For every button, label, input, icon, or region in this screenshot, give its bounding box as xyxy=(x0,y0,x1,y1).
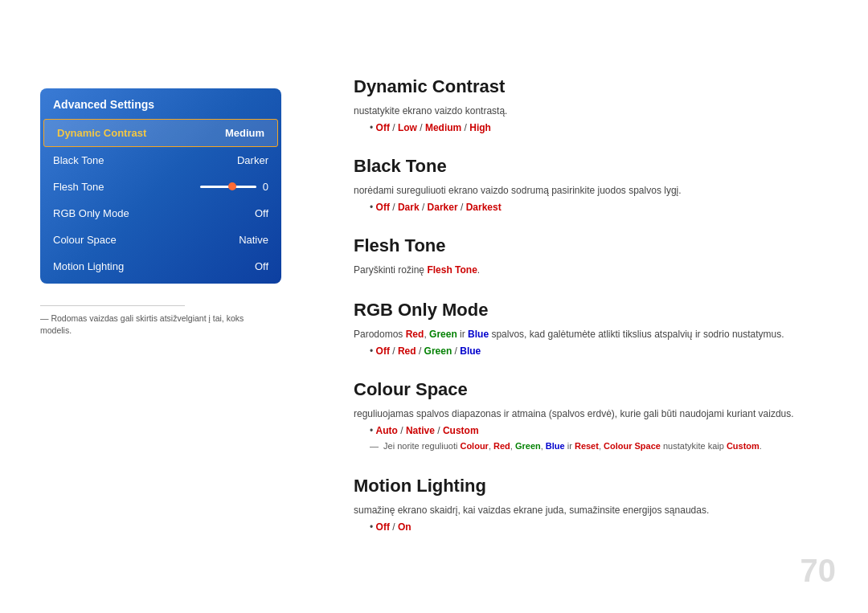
section-dynamic-contrast: Dynamic Contrast nustatykite ekrano vaiz… xyxy=(354,76,844,133)
bullet-colour-space: • xyxy=(370,425,373,436)
section-desc-flesh-tone: Paryškinti rožinę Flesh Tone. xyxy=(354,263,844,277)
note-divider xyxy=(40,305,185,306)
section-flesh-tone: Flesh Tone Paryškinti rožinę Flesh Tone. xyxy=(354,235,844,277)
item-value-black-tone: Darker xyxy=(237,154,268,166)
settings-item-rgb-only[interactable]: RGB Only Mode Off xyxy=(40,200,281,227)
item-value-colour-space: Native xyxy=(239,234,268,246)
section-colour-space: Colour Space reguliuojamas spalvos diapa… xyxy=(354,379,844,453)
flesh-tone-value: 0 xyxy=(263,181,268,193)
section-desc-motion-lighting: sumažinę ekrano skaidrį, kai vaizdas ekr… xyxy=(354,503,844,517)
settings-item-motion-lighting[interactable]: Motion Lighting Off xyxy=(40,253,281,284)
section-options-rgb-only: • Off / Red / Green / Blue xyxy=(363,345,844,357)
item-value-rgb-only: Off xyxy=(255,207,268,219)
note-section: — Rodomas vaizdas gali skirtis atsižvelg… xyxy=(40,305,273,336)
opt-colour-space: Auto / Native / Custom xyxy=(376,425,479,436)
section-desc-black-tone: norėdami sureguliuoti ekrano vaizdo sodr… xyxy=(354,183,844,198)
bullet-rgb-only: • xyxy=(370,345,373,357)
opt-rgb: Off / Red / Green / Blue xyxy=(376,345,481,357)
section-black-tone: Black Tone norėdami sureguliuoti ekrano … xyxy=(354,156,844,213)
item-label-black-tone: Black Tone xyxy=(53,154,104,166)
section-title-motion-lighting: Motion Lighting xyxy=(354,476,844,497)
section-desc-rgb-only: Parodomos Red, Green ir Blue spalvos, ka… xyxy=(354,327,844,341)
section-desc-colour-space: reguliuojamas spalvos diapazonas ir atma… xyxy=(354,407,844,421)
bullet-black-tone: • xyxy=(370,202,373,213)
section-options-dynamic-contrast: • Off / Low / Medium / High xyxy=(363,122,844,133)
bullet-dynamic-contrast: • xyxy=(370,122,373,133)
item-label-colour-space: Colour Space xyxy=(53,234,117,246)
section-options-motion-lighting: • Off / On xyxy=(363,521,844,533)
item-value-motion-lighting: Off xyxy=(255,260,268,272)
item-label-dynamic-contrast: Dynamic Contrast xyxy=(57,127,146,139)
left-panel: Advanced Settings Dynamic Contrast Mediu… xyxy=(40,88,281,284)
opt-off-dc: Off / Low / Medium / High xyxy=(376,122,491,133)
subnote-colour-space: — Jei norite reguliuoti Colour, Red, Gre… xyxy=(370,439,844,453)
section-title-dynamic-contrast: Dynamic Contrast xyxy=(354,76,844,97)
section-title-black-tone: Black Tone xyxy=(354,156,844,177)
section-options-colour-space: • Auto / Native / Custom xyxy=(363,425,844,436)
flesh-tone-slider-area: 0 xyxy=(200,181,268,193)
section-rgb-only: RGB Only Mode Parodomos Red, Green ir Bl… xyxy=(354,300,844,357)
item-label-flesh-tone: Flesh Tone xyxy=(53,181,104,193)
section-motion-lighting: Motion Lighting sumažinę ekrano skaidrį,… xyxy=(354,476,844,533)
flesh-tone-slider[interactable] xyxy=(200,186,256,188)
note-text: — Rodomas vaizdas gali skirtis atsižvelg… xyxy=(40,313,273,336)
opt-black-tone: Off / Dark / Darker / Darkest xyxy=(376,202,502,213)
right-content: Dynamic Contrast nustatykite ekrano vaiz… xyxy=(354,76,844,555)
bullet-motion-lighting: • xyxy=(370,521,373,533)
item-label-rgb-only: RGB Only Mode xyxy=(53,207,129,219)
settings-box: Advanced Settings Dynamic Contrast Mediu… xyxy=(40,88,281,284)
item-label-motion-lighting: Motion Lighting xyxy=(53,260,124,272)
section-title-flesh-tone: Flesh Tone xyxy=(354,235,844,256)
section-title-colour-space: Colour Space xyxy=(354,379,844,400)
section-title-rgb-only: RGB Only Mode xyxy=(354,300,844,321)
section-desc-dynamic-contrast: nustatykite ekrano vaizdo kontrastą. xyxy=(354,104,844,118)
settings-title: Advanced Settings xyxy=(40,88,281,119)
page-number: 70 xyxy=(800,553,837,589)
opt-motion: Off / On xyxy=(376,521,411,533)
settings-item-black-tone[interactable]: Black Tone Darker xyxy=(40,147,281,174)
section-options-black-tone: • Off / Dark / Darker / Darkest xyxy=(363,202,844,213)
settings-item-colour-space[interactable]: Colour Space Native xyxy=(40,227,281,253)
item-value-dynamic-contrast: Medium xyxy=(225,127,264,139)
settings-item-dynamic-contrast[interactable]: Dynamic Contrast Medium xyxy=(43,119,278,147)
settings-item-flesh-tone[interactable]: Flesh Tone 0 xyxy=(40,174,281,200)
